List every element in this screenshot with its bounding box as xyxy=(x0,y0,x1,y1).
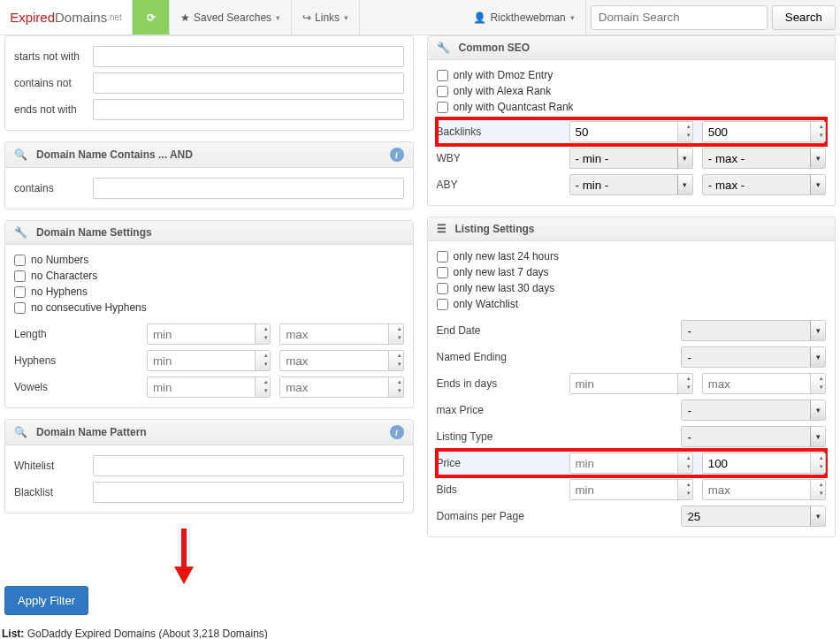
svg-marker-1 xyxy=(174,567,194,584)
info-icon[interactable]: i xyxy=(390,425,404,439)
wby-min[interactable]: - min - xyxy=(569,148,693,169)
dpp-select[interactable]: 25 xyxy=(681,506,826,527)
backlinks-min[interactable] xyxy=(569,121,693,142)
maxprice-select[interactable]: - xyxy=(681,399,826,421)
blacklist-input[interactable] xyxy=(93,482,403,503)
length-max[interactable] xyxy=(279,323,403,345)
wrench-icon: 🔧 xyxy=(437,42,450,54)
user-menu[interactable]: 👤Rickthewebman xyxy=(462,0,585,34)
starts-not-input[interactable] xyxy=(93,46,403,67)
chk-7d[interactable]: only new last 7 days xyxy=(437,264,827,280)
links-menu[interactable]: ↪Links xyxy=(292,0,360,34)
wby-max[interactable]: - max - xyxy=(702,148,826,169)
bids-min[interactable] xyxy=(569,479,693,500)
chk-no-hyphens[interactable]: no Hyphens xyxy=(14,284,404,300)
enddate-select[interactable]: - xyxy=(681,320,826,341)
aby-max[interactable]: - max - xyxy=(702,174,826,195)
lbl-wby: WBY xyxy=(437,152,561,164)
bids-max[interactable] xyxy=(702,479,826,500)
lbl-aby: ABY xyxy=(437,179,561,191)
list-title: List: GoDaddy Expired Domains (About 3,2… xyxy=(0,622,840,639)
chk-alexa[interactable]: only with Alexa Rank xyxy=(437,83,827,99)
top-nav: ExpiredDomains.net ⟳ ★Saved Searches ↪Li… xyxy=(0,0,840,35)
common-seo-panel: 🔧Common SEO only with Dmoz Entry only wi… xyxy=(427,35,836,206)
lbl-named: Named Ending xyxy=(437,351,561,363)
list-icon: ☰ xyxy=(437,223,447,235)
lbl-endsin: Ends in days xyxy=(437,377,561,390)
ends-not-input[interactable] xyxy=(93,99,403,120)
backlinks-row: Backlinks xyxy=(437,118,827,145)
annotation-arrow xyxy=(4,524,414,586)
search-icon: 🔍 xyxy=(14,148,27,161)
chk-no-chars[interactable]: no Characters xyxy=(14,268,404,284)
aby-min[interactable]: - min - xyxy=(569,174,693,195)
listing-settings-panel: ☰Listing Settings only new last 24 hours… xyxy=(427,217,836,537)
apply-filter-button[interactable]: Apply Filter xyxy=(4,586,88,615)
chk-no-numbers[interactable]: no Numbers xyxy=(14,252,404,268)
lbl-whitelist: Whitelist xyxy=(14,460,84,472)
lbl-ends-not: ends not with xyxy=(14,103,84,116)
domain-search: Search xyxy=(586,0,840,34)
backlinks-max[interactable] xyxy=(702,121,826,142)
filter-not-panel: starts not with contains not ends not wi… xyxy=(4,35,414,131)
vowels-max[interactable] xyxy=(279,377,403,398)
nav-active-icon[interactable]: ⟳ xyxy=(133,0,170,34)
lbl-length: Length xyxy=(14,328,138,340)
name-settings-panel: 🔧Domain Name Settings no Numbers no Char… xyxy=(4,220,414,408)
lbl-contains: contains xyxy=(14,182,84,194)
chk-no-consec-hyphens[interactable]: no consecutive Hyphens xyxy=(14,300,404,316)
ltype-select[interactable]: - xyxy=(681,426,826,447)
lbl-enddate: End Date xyxy=(437,324,561,337)
arrow-down-icon xyxy=(171,524,197,586)
lbl-vowels: Vowels xyxy=(14,381,138,393)
search-icon: 🔍 xyxy=(14,426,27,438)
endsin-max[interactable] xyxy=(702,373,826,394)
chk-quantcast[interactable]: only with Quantcast Rank xyxy=(437,99,827,115)
contains-not-input[interactable] xyxy=(93,72,403,94)
lbl-hyphens: Hyphens xyxy=(14,354,138,367)
hyphens-min[interactable] xyxy=(147,350,271,371)
panel-title: Domain Name Settings xyxy=(36,226,152,239)
lbl-maxprice: max Price xyxy=(437,404,561,416)
search-button[interactable]: Search xyxy=(772,5,836,30)
lbl-bids: Bids xyxy=(437,483,561,496)
endsin-min[interactable] xyxy=(569,373,693,394)
price-max[interactable] xyxy=(702,453,826,474)
name-pattern-panel: 🔍Domain Name Patterni Whitelist Blacklis… xyxy=(4,419,414,513)
lbl-dpp: Domains per Page xyxy=(437,510,561,522)
brand-logo[interactable]: ExpiredDomains.net xyxy=(0,0,133,34)
panel-title: Domain Name Pattern xyxy=(36,426,147,438)
whitelist-input[interactable] xyxy=(93,455,403,476)
price-min[interactable] xyxy=(569,453,693,474)
lbl-starts-not: starts not with xyxy=(14,50,84,63)
chk-30d[interactable]: only new last 30 days xyxy=(437,280,827,296)
panel-title: Listing Settings xyxy=(455,223,535,235)
contains-input[interactable] xyxy=(93,178,403,199)
vowels-min[interactable] xyxy=(147,377,271,398)
chk-24h[interactable]: only new last 24 hours xyxy=(437,248,827,264)
info-icon[interactable]: i xyxy=(390,148,404,162)
chk-dmoz[interactable]: only with Dmoz Entry xyxy=(437,67,827,83)
lbl-contains-not: contains not xyxy=(14,77,84,89)
panel-title: Common SEO xyxy=(459,42,531,54)
lbl-blacklist: Blacklist xyxy=(14,486,84,498)
search-input[interactable] xyxy=(591,5,767,30)
panel-title: Domain Name Contains ... AND xyxy=(36,148,193,161)
hyphens-max[interactable] xyxy=(279,350,403,371)
chk-watchlist[interactable]: only Watchlist xyxy=(437,296,827,312)
named-select[interactable]: - xyxy=(681,346,826,368)
length-min[interactable] xyxy=(147,323,271,345)
lbl-ltype: Listing Type xyxy=(437,430,561,443)
saved-searches-menu[interactable]: ★Saved Searches xyxy=(170,0,292,34)
contains-and-panel: 🔍Domain Name Contains ... ANDi contains xyxy=(4,141,414,209)
price-row: Price xyxy=(437,450,827,476)
wrench-icon: 🔧 xyxy=(14,226,27,239)
